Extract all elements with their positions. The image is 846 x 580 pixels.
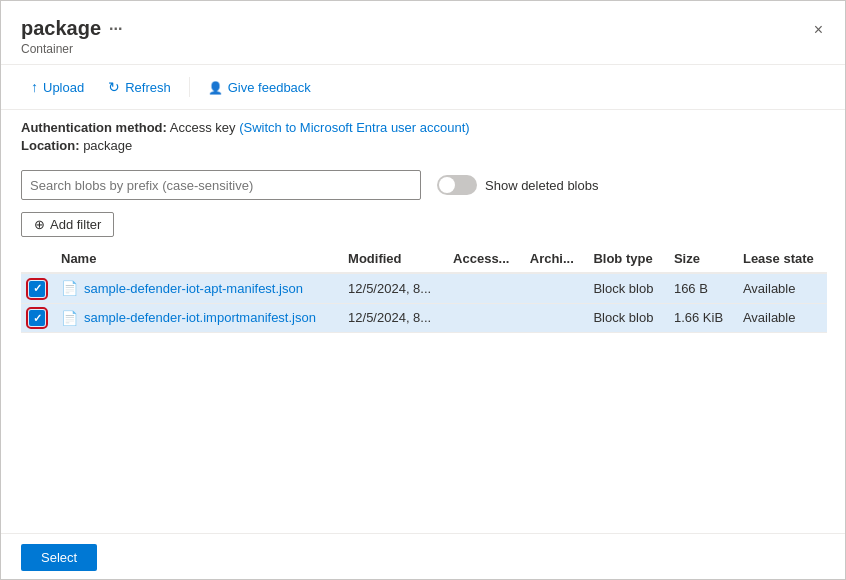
row-checkbox-cell (21, 303, 53, 333)
row-blob-type: Block blob (585, 303, 666, 333)
col-checkbox (21, 245, 53, 273)
auth-label: Authentication method: (21, 120, 167, 135)
auth-info: Authentication method: Access key (Switc… (21, 120, 827, 135)
file-name-link[interactable]: sample-defender-iot-apt-manifest.json (84, 281, 303, 296)
row-name: 📄sample-defender-iot.importmanifest.json (53, 303, 340, 333)
panel-title-row: package ··· (21, 17, 122, 40)
row-archive (522, 303, 586, 333)
panel-more-options[interactable]: ··· (109, 20, 122, 38)
row-modified: 12/5/2024, 8... (340, 273, 445, 303)
row-access (445, 303, 522, 333)
info-section: Authentication method: Access key (Switc… (1, 110, 846, 162)
row-archive (522, 273, 586, 303)
upload-button[interactable]: Upload (21, 73, 94, 101)
toggle-group: Show deleted blobs (437, 175, 598, 195)
blobs-table-container: Name Modified Access... Archi... Blob ty… (1, 245, 846, 533)
row-lease-state: Available (735, 273, 827, 303)
row-checkbox[interactable] (29, 281, 45, 297)
title-group: package ··· Container (21, 17, 122, 56)
upload-icon (31, 79, 38, 95)
location-label: Location: (21, 138, 80, 153)
refresh-button[interactable]: Refresh (98, 73, 181, 101)
show-deleted-toggle[interactable] (437, 175, 477, 195)
table-row: 📄sample-defender-iot-apt-manifest.json12… (21, 273, 827, 303)
search-input[interactable] (21, 170, 421, 200)
col-access: Access... (445, 245, 522, 273)
panel-header: package ··· Container × (1, 1, 846, 65)
location-info: Location: package (21, 138, 827, 153)
toolbar: Upload Refresh Give feedback (1, 65, 846, 110)
col-blob-type: Blob type (585, 245, 666, 273)
feedback-button[interactable]: Give feedback (198, 73, 321, 101)
row-size: 166 B (666, 273, 735, 303)
add-filter-label: Add filter (50, 217, 101, 232)
select-button[interactable]: Select (21, 544, 97, 571)
switch-auth-link[interactable]: (Switch to Microsoft Entra user account) (239, 120, 469, 135)
row-checkbox-cell (21, 273, 53, 303)
table-body: 📄sample-defender-iot-apt-manifest.json12… (21, 273, 827, 333)
auth-value: Access key (170, 120, 236, 135)
location-value: package (83, 138, 132, 153)
search-section: Show deleted blobs (1, 162, 846, 208)
file-name-link[interactable]: sample-defender-iot.importmanifest.json (84, 310, 316, 325)
panel-title: package (21, 17, 101, 40)
toggle-label: Show deleted blobs (485, 178, 598, 193)
refresh-label: Refresh (125, 80, 171, 95)
col-name: Name (53, 245, 340, 273)
row-checkbox[interactable] (29, 310, 45, 326)
row-modified: 12/5/2024, 8... (340, 303, 445, 333)
col-archive: Archi... (522, 245, 586, 273)
blobs-table: Name Modified Access... Archi... Blob ty… (21, 245, 827, 333)
file-icon: 📄 (61, 310, 78, 326)
table-header: Name Modified Access... Archi... Blob ty… (21, 245, 827, 273)
table-row: 📄sample-defender-iot.importmanifest.json… (21, 303, 827, 333)
close-button[interactable]: × (810, 17, 827, 43)
col-modified: Modified (340, 245, 445, 273)
row-blob-type: Block blob (585, 273, 666, 303)
storage-panel: package ··· Container × Upload Refresh G… (1, 1, 846, 580)
filter-section: Add filter (1, 208, 846, 245)
file-icon: 📄 (61, 280, 78, 296)
feedback-icon (208, 79, 223, 95)
row-name: 📄sample-defender-iot-apt-manifest.json (53, 273, 340, 303)
upload-label: Upload (43, 80, 84, 95)
header-row: Name Modified Access... Archi... Blob ty… (21, 245, 827, 273)
row-lease-state: Available (735, 303, 827, 333)
panel-footer: Select (1, 533, 846, 580)
add-filter-button[interactable]: Add filter (21, 212, 114, 237)
col-size: Size (666, 245, 735, 273)
filter-plus-icon (34, 217, 45, 232)
row-access (445, 273, 522, 303)
col-lease-state: Lease state (735, 245, 827, 273)
feedback-label: Give feedback (228, 80, 311, 95)
panel-subtitle: Container (21, 42, 122, 56)
refresh-icon (108, 79, 120, 95)
row-size: 1.66 KiB (666, 303, 735, 333)
toolbar-separator (189, 77, 190, 97)
